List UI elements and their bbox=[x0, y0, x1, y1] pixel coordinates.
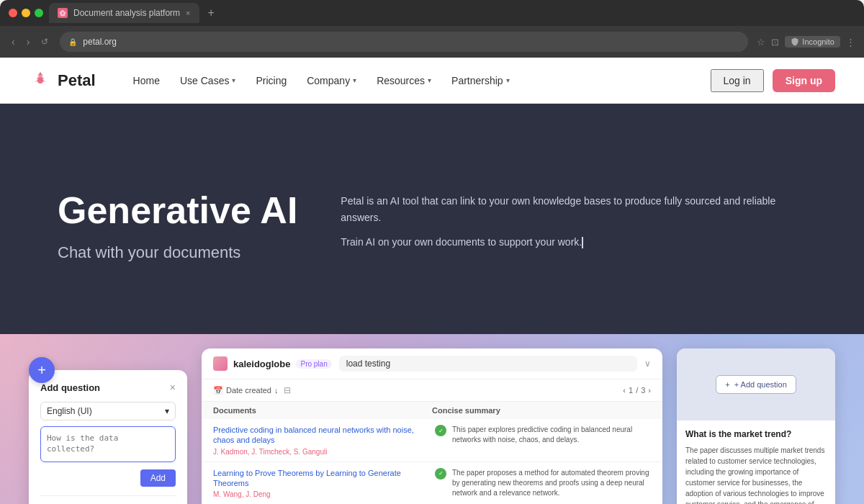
page-total: 3 bbox=[641, 386, 645, 395]
hero-section: Generative AI Chat with your documents P… bbox=[0, 104, 864, 334]
page-info: ‹ 1 / 3 › bbox=[623, 386, 651, 395]
doc-summary: This paper explores predictive coding in… bbox=[452, 425, 651, 445]
hero-left: Generative AI Chat with your documents bbox=[58, 190, 297, 261]
doc-title[interactable]: Predictive coding in balanced neural net… bbox=[213, 425, 429, 446]
nav-links: Home Use Cases ▾ Pricing Company ▾ Resou… bbox=[125, 71, 711, 91]
doc-authors: J. Kadmon, J. Timcheck, S. Ganguli bbox=[213, 448, 429, 456]
column-headers: Documents Concise summary bbox=[202, 402, 662, 419]
question-input[interactable] bbox=[40, 426, 176, 462]
check-icon: ✓ bbox=[435, 468, 446, 480]
url-bar[interactable]: 🔒 petal.org bbox=[60, 32, 748, 52]
hero-subtitle: Chat with your documents bbox=[58, 243, 297, 262]
back-button[interactable]: ‹ bbox=[9, 33, 18, 50]
workspace-name: kaleidoglobe bbox=[233, 359, 290, 369]
hero-desc-1: Petal is an AI tool that can link to you… bbox=[341, 193, 806, 225]
star-icon[interactable]: ☆ bbox=[757, 37, 765, 48]
ai-question: What is the market trend? bbox=[685, 429, 827, 439]
lock-icon: 🔒 bbox=[68, 38, 77, 46]
prev-page-btn[interactable]: ‹ bbox=[623, 386, 626, 395]
website: Petal Home Use Cases ▾ Pricing Company ▾… bbox=[0, 58, 864, 504]
signup-button[interactable]: Sign up bbox=[773, 69, 835, 92]
add-circle-button[interactable]: + bbox=[29, 357, 55, 383]
doc-summary: The paper proposes a method for automate… bbox=[452, 468, 651, 498]
panel-title: Add question bbox=[40, 382, 100, 393]
dot-yellow bbox=[22, 9, 30, 17]
doc-title[interactable]: Learning to Prove Theorems by Learning t… bbox=[213, 468, 429, 489]
filter-options-icon[interactable]: ⊟ bbox=[284, 385, 291, 395]
add-question-panel-btn[interactable]: + + Add question bbox=[716, 375, 796, 394]
new-tab-btn[interactable]: + bbox=[208, 6, 215, 19]
text-cursor bbox=[582, 237, 583, 248]
nav-item-resources[interactable]: Resources ▾ bbox=[368, 71, 440, 91]
doc-authors: M. Wang, J. Deng bbox=[213, 490, 429, 498]
stats-section: AI credits 4993 / 5000 Storage 1.77 GB /… bbox=[40, 495, 176, 504]
filters-row: 📅 Date created ↓ ⊟ ‹ 1 / 3 › bbox=[202, 379, 662, 402]
chevron-down-icon: ▾ bbox=[353, 76, 356, 84]
load-testing-label[interactable]: load testing bbox=[339, 356, 637, 372]
panel-close-button[interactable]: × bbox=[170, 382, 176, 393]
add-question-button[interactable]: Add bbox=[140, 469, 176, 487]
chevron-down-icon: ▾ bbox=[232, 76, 235, 84]
page-current: 1 bbox=[629, 386, 633, 395]
extensions-icon[interactable]: ⊡ bbox=[771, 37, 779, 48]
table-row: Learning to Prove Theorems by Learning t… bbox=[202, 462, 662, 504]
hero-title: Generative AI bbox=[58, 190, 297, 231]
logo-text: Petal bbox=[58, 71, 96, 90]
panel-header: Add question × bbox=[40, 382, 176, 393]
ai-panel-top: + + Add question bbox=[677, 348, 835, 420]
tab-close-btn[interactable]: × bbox=[186, 9, 190, 17]
logo[interactable]: Petal bbox=[29, 69, 96, 92]
check-icon: ✓ bbox=[435, 425, 446, 436]
nav-buttons: ‹ › ↺ bbox=[9, 33, 51, 50]
ai-answer-text: The paper discusses multiple market tren… bbox=[685, 445, 827, 504]
workspace-info: kaleidoglobe Pro plan bbox=[213, 356, 332, 371]
sort-icon: ↓ bbox=[274, 386, 279, 395]
reload-button[interactable]: ↺ bbox=[38, 34, 51, 50]
filter-icon: 📅 bbox=[213, 386, 223, 395]
ai-answer-panel: + + Add question What is the market tren… bbox=[677, 348, 835, 504]
incognito-badge: Incognito bbox=[785, 36, 840, 48]
login-button[interactable]: Log in bbox=[711, 69, 764, 92]
language-select[interactable]: English (UI) ▾ bbox=[40, 402, 176, 420]
nav-item-company[interactable]: Company ▾ bbox=[298, 71, 365, 91]
address-bar-right: ☆ ⊡ Incognito ⋮ bbox=[757, 36, 855, 48]
nav-item-home[interactable]: Home bbox=[125, 71, 168, 91]
nav-actions: Log in Sign up bbox=[711, 69, 835, 92]
plus-icon: + bbox=[725, 380, 729, 389]
table-header: kaleidoglobe Pro plan load testing ∨ bbox=[202, 348, 662, 379]
tab-favicon: 🌸 bbox=[58, 8, 68, 18]
document-table: kaleidoglobe Pro plan load testing ∨ 📅 D… bbox=[202, 348, 662, 504]
nav-item-use-cases[interactable]: Use Cases ▾ bbox=[171, 71, 244, 91]
svg-point-0 bbox=[37, 78, 43, 84]
workspace-icon bbox=[213, 356, 228, 371]
next-page-btn[interactable]: › bbox=[648, 386, 651, 395]
hero-description: Petal is an AI tool that can link to you… bbox=[341, 193, 806, 258]
date-filter-label: Date created bbox=[226, 386, 271, 395]
browser-chrome: 🌸 Document analysis platform × + bbox=[0, 0, 864, 26]
browser-tab[interactable]: 🌸 Document analysis platform × bbox=[49, 3, 199, 23]
incognito-label: Incognito bbox=[802, 37, 834, 46]
pro-badge: Pro plan bbox=[296, 359, 331, 369]
hero-desc-2: Train AI on your own documents to suppor… bbox=[341, 234, 806, 250]
nav-item-pricing[interactable]: Pricing bbox=[247, 71, 295, 91]
expand-icon[interactable]: ∨ bbox=[644, 359, 651, 369]
more-icon[interactable]: ⋮ bbox=[846, 37, 855, 48]
navbar: Petal Home Use Cases ▾ Pricing Company ▾… bbox=[0, 58, 864, 104]
nav-item-partnership[interactable]: Partnership ▾ bbox=[443, 71, 518, 91]
dot-red bbox=[9, 9, 17, 17]
url-text: petal.org bbox=[83, 37, 117, 47]
browser-dots bbox=[9, 9, 43, 17]
address-bar: ‹ › ↺ 🔒 petal.org ☆ ⊡ Incognito ⋮ bbox=[0, 26, 864, 58]
app-area: + Add question × English (UI) ▾ Add AI c… bbox=[0, 334, 864, 504]
add-question-panel: + Add question × English (UI) ▾ Add AI c… bbox=[29, 370, 187, 504]
date-filter[interactable]: 📅 Date created ↓ bbox=[213, 386, 278, 395]
dot-green bbox=[35, 9, 43, 17]
table-nav: ∨ bbox=[644, 359, 651, 369]
chevron-down-icon: ▾ bbox=[506, 76, 510, 84]
forward-button[interactable]: › bbox=[24, 33, 33, 50]
tab-title: Document analysis platform bbox=[73, 8, 180, 18]
document-rows: Predictive coding in balanced neural net… bbox=[202, 419, 662, 504]
chevron-down-icon: ▾ bbox=[428, 76, 431, 84]
chevron-down-icon: ▾ bbox=[165, 406, 169, 416]
col-header-docs: Documents bbox=[213, 406, 432, 415]
